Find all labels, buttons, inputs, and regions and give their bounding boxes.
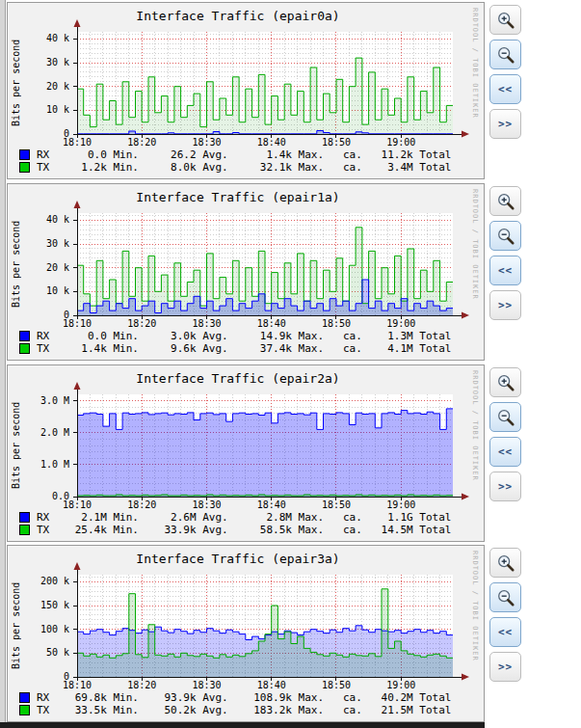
zoom-in-button[interactable] bbox=[489, 5, 521, 35]
legend-text: TX 1.4k Min. 9.6k Avg. 37.4k Max. ca. 4.… bbox=[37, 342, 451, 355]
magnifier-plus-icon bbox=[496, 192, 515, 211]
button-label: << bbox=[498, 626, 513, 638]
magnifier-minus-icon bbox=[496, 45, 515, 65]
magnifier-plus-icon bbox=[496, 553, 515, 573]
plot-area bbox=[77, 394, 453, 497]
legend-text: TX 25.4k Min. 33.9k Avg. 58.5k Max. ca. … bbox=[37, 524, 451, 536]
bottom-border-bar bbox=[0, 722, 485, 728]
graph-canvas bbox=[77, 213, 453, 315]
tx-color-swatch bbox=[19, 343, 30, 354]
x-axis-tick-label: 18:50 bbox=[312, 499, 360, 510]
button-label: >> bbox=[498, 661, 513, 673]
zoom-out-button[interactable] bbox=[489, 582, 521, 612]
y-axis-tick-label: 40 k bbox=[8, 33, 69, 43]
legend-row: RX 2.1M Min. 2.6M Avg. 2.8M Max. ca. 1.1… bbox=[19, 511, 451, 523]
graph-canvas bbox=[77, 32, 453, 134]
plot-area bbox=[77, 213, 453, 315]
scroll-back-button[interactable]: << bbox=[489, 617, 521, 647]
legend-text: TX 33.5k Min. 50.2k Avg. 183.2k Max. ca.… bbox=[37, 704, 451, 716]
scroll-forward-button[interactable]: >> bbox=[489, 652, 521, 682]
legend-row: TX 1.4k Min. 9.6k Avg. 37.4k Max. ca. 4.… bbox=[19, 342, 451, 354]
x-axis-tick-label: 18:40 bbox=[248, 680, 296, 690]
button-label: << bbox=[498, 264, 513, 277]
graph-canvas bbox=[77, 394, 453, 497]
rrdtool-watermark: RRDTOOL / TOBI OETIKER bbox=[471, 370, 479, 481]
y-axis-tick-label: 10 k bbox=[8, 104, 69, 115]
button-label: << bbox=[498, 445, 513, 458]
left-edge-scrollbar-track bbox=[0, 0, 6, 728]
rx-color-swatch bbox=[19, 692, 30, 703]
graph-canvas bbox=[77, 575, 453, 677]
zoom-in-button[interactable] bbox=[489, 548, 521, 578]
plot-area bbox=[77, 575, 453, 677]
rrdtool-watermark: RRDTOOL / TOBI OETIKER bbox=[471, 8, 479, 119]
x-axis-tick-label: 18:20 bbox=[118, 137, 166, 148]
x-axis-tick-label: 19:00 bbox=[377, 680, 425, 690]
scroll-back-button[interactable]: << bbox=[489, 256, 521, 285]
legend-text: RX 69.8k Min. 93.9k Avg. 108.9k Max. ca.… bbox=[37, 691, 451, 704]
x-axis-tick-label: 18:10 bbox=[53, 137, 101, 148]
traffic-panel-epair0a: Interface Traffic (epair0a) Bits per sec… bbox=[7, 2, 485, 179]
x-axis-tick-label: 19:00 bbox=[377, 499, 425, 510]
tx-color-swatch bbox=[19, 705, 30, 715]
traffic-panel-epair3a: Interface Traffic (epair3a) Bits per sec… bbox=[7, 545, 485, 722]
scroll-back-button[interactable]: << bbox=[489, 74, 521, 104]
x-axis-tick-label: 18:20 bbox=[118, 499, 166, 510]
x-axis-tick-label: 18:40 bbox=[248, 318, 296, 329]
legend-text: TX 1.2k Min. 8.0k Avg. 32.1k Max. ca. 3.… bbox=[37, 161, 451, 174]
y-axis-tick-label: 40 k bbox=[8, 214, 69, 225]
x-axis-tick-label: 18:50 bbox=[312, 680, 360, 690]
scroll-forward-button[interactable]: >> bbox=[489, 290, 521, 320]
legend-row: RX 0.0 Min. 3.0k Avg. 14.9k Max. ca. 1.3… bbox=[19, 330, 451, 341]
legend-text: RX 0.0 Min. 3.0k Avg. 14.9k Max. ca. 1.3… bbox=[37, 330, 451, 342]
graph-controls-group: <<>> bbox=[489, 367, 522, 506]
graph-controls-group: <<>> bbox=[489, 186, 522, 325]
button-label: >> bbox=[498, 299, 513, 311]
rx-color-swatch bbox=[19, 512, 30, 523]
magnifier-minus-icon bbox=[496, 408, 515, 427]
scroll-back-button[interactable]: << bbox=[489, 437, 521, 467]
traffic-panel-epair1a: Interface Traffic (epair1a) Bits per sec… bbox=[7, 183, 485, 361]
x-axis-tick-label: 19:00 bbox=[377, 318, 425, 329]
y-axis-tick-label: 2.0 M bbox=[8, 427, 69, 438]
graph-controls-group: <<>> bbox=[489, 548, 522, 687]
rrdtool-watermark: RRDTOOL / TOBI OETIKER bbox=[471, 189, 479, 300]
x-axis-tick-label: 18:10 bbox=[53, 499, 101, 510]
button-label: >> bbox=[498, 480, 513, 493]
scroll-forward-button[interactable]: >> bbox=[489, 109, 521, 139]
tx-color-swatch bbox=[19, 162, 30, 173]
tx-color-swatch bbox=[19, 525, 30, 535]
y-axis-tick-label: 50 k bbox=[8, 647, 69, 658]
y-axis-tick-label: 10 k bbox=[8, 285, 69, 296]
scroll-forward-button[interactable]: >> bbox=[489, 472, 521, 501]
y-axis-tick-label: 30 k bbox=[8, 57, 69, 67]
legend-row: TX 25.4k Min. 33.9k Avg. 58.5k Max. ca. … bbox=[19, 524, 451, 535]
legend-row: RX 69.8k Min. 93.9k Avg. 108.9k Max. ca.… bbox=[19, 691, 451, 703]
y-axis-tick-label: 3.0 M bbox=[8, 395, 69, 406]
x-axis-tick-label: 18:10 bbox=[53, 680, 101, 690]
y-axis-tick-label: 1.0 M bbox=[8, 459, 69, 470]
x-axis-tick-label: 18:50 bbox=[312, 137, 360, 148]
zoom-out-button[interactable] bbox=[489, 40, 521, 69]
rx-color-swatch bbox=[19, 331, 30, 341]
graph-controls-group: <<>> bbox=[489, 5, 522, 144]
legend-row: TX 33.5k Min. 50.2k Avg. 183.2k Max. ca.… bbox=[19, 704, 451, 715]
zoom-in-button[interactable] bbox=[489, 186, 521, 216]
x-axis-tick-label: 18:40 bbox=[248, 499, 296, 510]
y-axis-title: Bits per second bbox=[11, 394, 21, 497]
x-axis-tick-label: 18:50 bbox=[312, 318, 360, 329]
zoom-out-button[interactable] bbox=[489, 402, 521, 432]
x-axis-tick-label: 18:30 bbox=[182, 680, 230, 690]
plot-area bbox=[77, 32, 453, 134]
y-axis-tick-label: 20 k bbox=[8, 262, 69, 273]
y-axis-tick-label: 100 k bbox=[8, 624, 69, 634]
x-axis-tick-label: 18:20 bbox=[118, 680, 166, 690]
zoom-in-button[interactable] bbox=[489, 367, 521, 397]
x-axis-tick-label: 19:00 bbox=[377, 137, 425, 148]
zoom-out-button[interactable] bbox=[489, 221, 521, 251]
button-label: >> bbox=[498, 118, 513, 130]
magnifier-plus-icon bbox=[496, 373, 515, 392]
rx-color-swatch bbox=[19, 149, 30, 160]
legend-row: RX 0.0 Min. 26.2 Avg. 1.4k Max. ca. 11.2… bbox=[19, 148, 451, 160]
x-axis-tick-label: 18:30 bbox=[182, 137, 230, 148]
